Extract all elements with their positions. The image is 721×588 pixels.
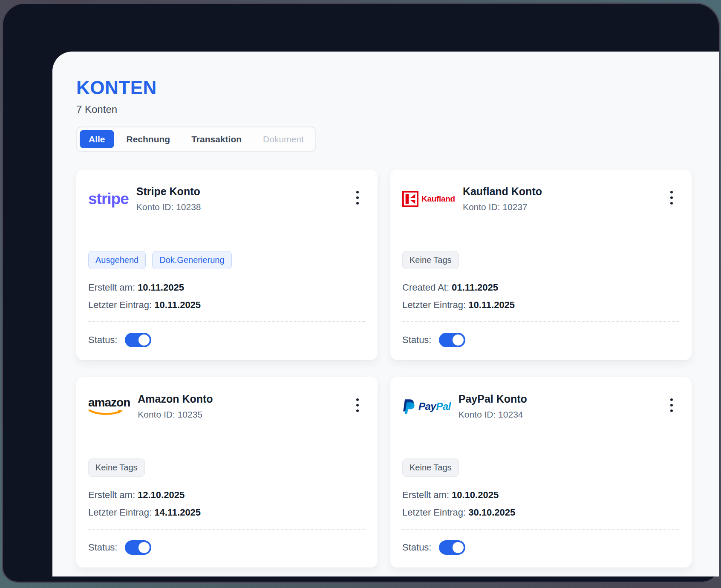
amazon-logo: amazon xyxy=(88,397,130,416)
tags-row: AusgehendDok.Generierung xyxy=(88,251,365,269)
toggle-knob xyxy=(453,542,464,553)
toggle-knob xyxy=(138,334,150,346)
account-name: Stripe Konto xyxy=(136,186,201,198)
date-field: Erstellt am:10.11.2025 xyxy=(88,282,365,293)
field-value: 14.11.2025 xyxy=(154,507,201,518)
card-header: stripe Stripe Konto Konto ID: 10238 xyxy=(88,186,365,212)
kaufland-k-icon xyxy=(402,191,418,207)
status-row: Status: xyxy=(402,333,679,347)
tag-badge: Dok.Generierung xyxy=(152,251,231,269)
status-toggle[interactable] xyxy=(125,333,151,347)
accounts-count: 7 Konten xyxy=(76,104,692,115)
field-label: Letzter Eintrag: xyxy=(402,300,466,310)
date-field: Letzter Eintrag:30.10.2025 xyxy=(402,507,679,518)
field-label: Erstellt am: xyxy=(88,282,135,293)
filter-tabs: AlleRechnungTransaktionDokument xyxy=(76,127,316,152)
date-field: Erstellt am:12.10.2025 xyxy=(88,490,365,501)
paypal-p-icon xyxy=(402,398,415,415)
field-value: 01.11.2025 xyxy=(452,282,498,293)
status-toggle[interactable] xyxy=(125,540,151,555)
date-field: Letzter Eintrag:14.11.2025 xyxy=(88,507,365,518)
status-row: Status: xyxy=(88,540,365,555)
kaufland-logo-box: Kaufland xyxy=(402,191,455,207)
account-name: Kaufland Konto xyxy=(463,186,542,198)
divider xyxy=(402,529,679,530)
app-window: KONTEN 7 Konten AlleRechnungTransaktionD… xyxy=(2,3,720,583)
tags-row: Keine Tags xyxy=(402,251,679,269)
status-label: Status: xyxy=(402,334,431,346)
paypal-logo: PayPal xyxy=(402,398,451,415)
filter-tab-dokument[interactable]: Dokument xyxy=(254,130,313,148)
filter-tab-transaktion[interactable]: Transaktion xyxy=(182,130,251,148)
kebab-menu-icon[interactable] xyxy=(668,396,675,415)
fields: Created At:01.11.2025Letzter Eintrag:10.… xyxy=(402,282,679,311)
tag-badge: Ausgehend xyxy=(88,251,146,269)
field-label: Erstellt am: xyxy=(402,490,449,500)
kebab-menu-icon[interactable] xyxy=(354,396,361,415)
field-value: 10.11.2025 xyxy=(468,300,515,310)
status-label: Status: xyxy=(402,542,431,553)
filter-tab-alle[interactable]: Alle xyxy=(80,130,114,148)
kebab-menu-icon[interactable] xyxy=(354,188,361,207)
date-field: Erstellt am:10.10.2025 xyxy=(402,490,679,501)
account-card: PayPal PayPal Konto Konto ID: 10234 Kein… xyxy=(390,377,692,568)
status-toggle[interactable] xyxy=(439,333,465,347)
content-panel: KONTEN 7 Konten AlleRechnungTransaktionD… xyxy=(52,52,719,576)
date-field: Created At:01.11.2025 xyxy=(402,282,679,293)
card-header: PayPal PayPal Konto Konto ID: 10234 xyxy=(402,393,679,420)
card-header: amazon Amazon Konto Konto ID: 10235 xyxy=(88,393,365,420)
status-label: Status: xyxy=(88,542,117,553)
tag-badge: Keine Tags xyxy=(88,458,145,477)
page-title: KONTEN xyxy=(76,77,692,98)
kaufland-logo: Kaufland xyxy=(402,191,455,207)
field-label: Letzter Eintrag: xyxy=(88,300,152,310)
field-value: 12.10.2025 xyxy=(138,490,185,500)
field-value: 30.10.2025 xyxy=(468,507,515,518)
toggle-knob xyxy=(138,542,150,553)
amazon-logo-box: amazon xyxy=(88,397,130,416)
tag-badge: Keine Tags xyxy=(402,458,459,477)
card-header: Kaufland Kaufland Konto Konto ID: 10237 xyxy=(402,186,679,212)
date-field: Letzter Eintrag:10.11.2025 xyxy=(88,300,365,311)
accounts-grid: stripe Stripe Konto Konto ID: 10238 Ausg… xyxy=(76,170,692,568)
fields: Erstellt am:10.11.2025Letzter Eintrag:10… xyxy=(88,282,365,311)
account-card: Kaufland Kaufland Konto Konto ID: 10237 … xyxy=(390,170,692,360)
account-id: Konto ID: 10234 xyxy=(459,409,527,420)
fields: Erstellt am:12.10.2025Letzter Eintrag:14… xyxy=(88,490,365,518)
account-name: Amazon Konto xyxy=(138,393,213,405)
account-card: stripe Stripe Konto Konto ID: 10238 Ausg… xyxy=(76,170,378,360)
field-value: 10.10.2025 xyxy=(452,490,499,500)
account-id: Konto ID: 10238 xyxy=(136,202,201,212)
account-id: Konto ID: 10237 xyxy=(463,202,542,212)
paypal-logo-box: PayPal xyxy=(402,398,451,415)
field-label: Letzter Eintrag: xyxy=(402,507,466,518)
field-label: Created At: xyxy=(402,282,449,293)
divider xyxy=(402,321,679,322)
date-field: Letzter Eintrag:10.11.2025 xyxy=(402,300,679,311)
toggle-knob xyxy=(453,334,464,346)
status-row: Status: xyxy=(88,333,365,347)
divider xyxy=(88,321,365,322)
account-name: PayPal Konto xyxy=(459,393,527,405)
field-value: 10.11.2025 xyxy=(138,282,184,293)
divider xyxy=(88,529,365,530)
status-label: Status: xyxy=(88,334,117,346)
status-toggle[interactable] xyxy=(439,540,465,555)
field-label: Letzter Eintrag: xyxy=(88,507,152,518)
account-card: amazon Amazon Konto Konto ID: 10235 Kein… xyxy=(76,377,378,568)
tags-row: Keine Tags xyxy=(88,458,365,477)
stripe-logo-box: stripe xyxy=(88,190,129,208)
status-row: Status: xyxy=(402,540,679,555)
kebab-menu-icon[interactable] xyxy=(668,188,675,207)
tags-row: Keine Tags xyxy=(402,458,679,477)
field-value: 10.11.2025 xyxy=(154,300,201,310)
field-label: Erstellt am: xyxy=(88,490,135,500)
tag-badge: Keine Tags xyxy=(402,251,459,269)
account-id: Konto ID: 10235 xyxy=(138,409,213,420)
amazon-smile-icon xyxy=(88,409,124,416)
stripe-logo: stripe xyxy=(88,190,129,208)
filter-tab-rechnung[interactable]: Rechnung xyxy=(118,130,179,148)
fields: Erstellt am:10.10.2025Letzter Eintrag:30… xyxy=(402,490,679,518)
